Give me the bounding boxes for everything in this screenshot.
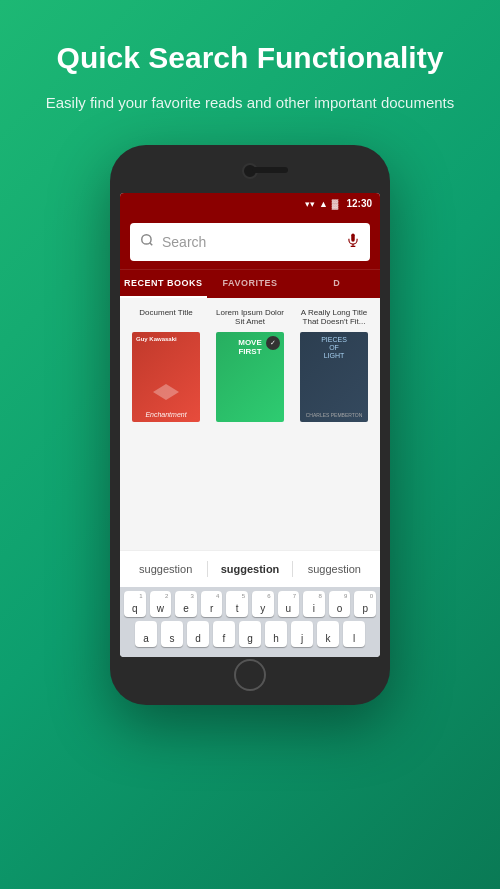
book-title-2: Lorem Ipsum Dolor Sit Amet	[212, 308, 288, 328]
book-title-1: Document Title	[139, 308, 192, 328]
suggestion-divider	[207, 561, 208, 577]
key-e[interactable]: 3e	[175, 591, 197, 617]
key-t[interactable]: 5t	[226, 591, 248, 617]
key-p[interactable]: 0p	[354, 591, 376, 617]
search-bar[interactable]: Search	[130, 223, 370, 261]
subtitle: Easily find your favorite reads and othe…	[46, 92, 455, 115]
key-y[interactable]: 6y	[252, 591, 274, 617]
key-r[interactable]: 4r	[201, 591, 223, 617]
key-h[interactable]: h	[265, 621, 287, 647]
key-q[interactable]: 1q	[124, 591, 146, 617]
keyboard-row-1: 1q 2w 3e 4r 5t 6y 7u 8i 9o 0p	[124, 591, 376, 617]
key-s[interactable]: s	[161, 621, 183, 647]
key-i[interactable]: 8i	[303, 591, 325, 617]
key-l[interactable]: l	[343, 621, 365, 647]
phone-frame: ▾▾ ▲ ▓ 12:30 Search	[110, 145, 390, 705]
key-d[interactable]: d	[187, 621, 209, 647]
phone-speaker	[252, 167, 288, 173]
phone-home-button[interactable]	[234, 659, 266, 691]
book-author-1: Guy Kawasaki	[132, 332, 200, 348]
key-a[interactable]: a	[135, 621, 157, 647]
suggestion-divider	[292, 561, 293, 577]
svg-line-1	[150, 242, 153, 245]
suggestion-1[interactable]: suggestion	[128, 561, 203, 577]
key-j[interactable]: j	[291, 621, 313, 647]
tab-favorites[interactable]: FAVORITES	[207, 270, 294, 298]
mic-icon[interactable]	[346, 233, 360, 251]
key-k[interactable]: k	[317, 621, 339, 647]
battery-icon: ▓	[332, 199, 339, 209]
keyboard: 1q 2w 3e 4r 5t 6y 7u 8i 9o 0p a s d f	[120, 587, 380, 657]
book-author-3: CHARLES PEMBERTON	[300, 412, 368, 418]
tab-more[interactable]: D	[293, 270, 380, 298]
book-item[interactable]: Lorem Ipsum Dolor Sit Amet ✓ MOVEFIRST	[212, 308, 288, 422]
search-placeholder[interactable]: Search	[162, 234, 346, 250]
suggestion-2[interactable]: suggestion	[212, 561, 287, 577]
book-badge: ✓	[266, 336, 280, 350]
book-cover-3: PIECESOFLIGHT CHARLES PEMBERTON	[300, 332, 368, 422]
books-section: Document Title Guy Kawasaki Enchantment …	[120, 298, 380, 550]
book-title-3: A Really Long Title That Doesn't Fit...	[296, 308, 372, 328]
app-bar: Search	[120, 215, 380, 269]
book-pieces-text: PIECESOFLIGHT	[300, 332, 368, 363]
tabs-bar: RECENT BOOKS FAVORITES D	[120, 269, 380, 298]
main-title: Quick Search Functionality	[46, 40, 455, 76]
book-enchant-text: Enchantment	[132, 411, 200, 418]
key-o[interactable]: 9o	[329, 591, 351, 617]
header-section: Quick Search Functionality Easily find y…	[16, 0, 485, 135]
phone-screen: ▾▾ ▲ ▓ 12:30 Search	[120, 193, 380, 657]
suggestions-bar: suggestion suggestion suggestion	[120, 550, 380, 587]
books-grid: Document Title Guy Kawasaki Enchantment …	[128, 308, 372, 422]
key-u[interactable]: 7u	[278, 591, 300, 617]
key-g[interactable]: g	[239, 621, 261, 647]
status-icons: ▾▾ ▲ ▓ 12:30	[305, 198, 372, 209]
keyboard-row-2: a s d f g h j k l	[124, 621, 376, 647]
key-w[interactable]: 2w	[150, 591, 172, 617]
search-icon	[140, 233, 154, 251]
book-item[interactable]: Document Title Guy Kawasaki Enchantment	[128, 308, 204, 422]
book-cover-2: ✓ MOVEFIRST	[216, 332, 284, 422]
svg-point-0	[142, 234, 151, 243]
book-cover-1: Guy Kawasaki Enchantment	[132, 332, 200, 422]
signal-icon: ▲	[319, 199, 328, 209]
tab-recent-books[interactable]: RECENT BOOKS	[120, 270, 207, 298]
book-item[interactable]: A Really Long Title That Doesn't Fit... …	[296, 308, 372, 422]
wifi-icon: ▾▾	[305, 199, 315, 209]
status-time: 12:30	[346, 198, 372, 209]
status-bar: ▾▾ ▲ ▓ 12:30	[120, 193, 380, 215]
phone-container: ▾▾ ▲ ▓ 12:30 Search	[110, 145, 390, 705]
key-f[interactable]: f	[213, 621, 235, 647]
suggestion-3[interactable]: suggestion	[297, 561, 372, 577]
